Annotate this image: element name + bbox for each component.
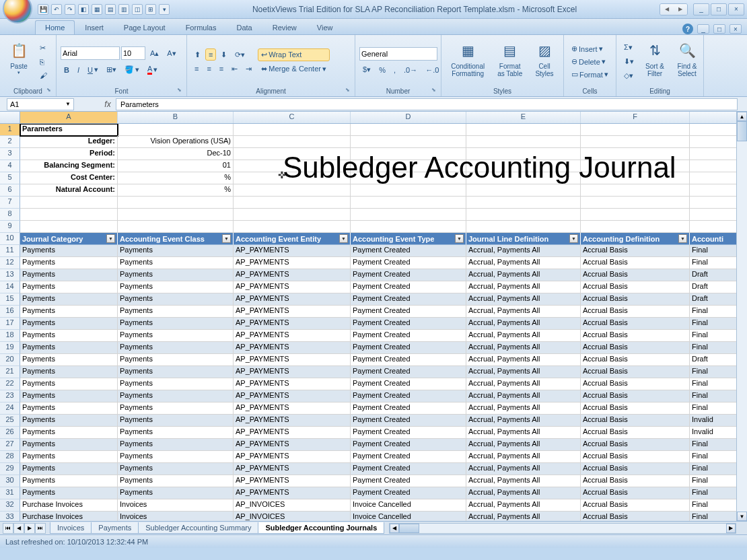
cell[interactable]: Vision Operations (USA): [118, 136, 234, 148]
cell[interactable]: [581, 209, 690, 221]
font-size-select[interactable]: [121, 46, 145, 60]
cell[interactable]: Final: [690, 306, 737, 318]
cell[interactable]: [690, 209, 737, 221]
cell[interactable]: Accrual Basis: [581, 475, 690, 487]
cell[interactable]: Payments: [20, 257, 118, 269]
cell[interactable]: [581, 148, 690, 160]
cell[interactable]: AP_INVOICES: [234, 512, 351, 521]
filter-dropdown-icon[interactable]: ▼: [339, 234, 348, 243]
row-header[interactable]: 18: [0, 330, 20, 342]
cell[interactable]: Accrual Basis: [581, 318, 690, 330]
format-button[interactable]: ▭Format▾: [568, 68, 612, 81]
cell[interactable]: Payments: [118, 354, 234, 366]
cell[interactable]: [351, 160, 466, 172]
cell[interactable]: Payment Created: [351, 354, 466, 366]
cell[interactable]: Payments: [20, 354, 118, 366]
horizontal-scrollbar[interactable]: ◀ ▶: [389, 523, 736, 534]
cell[interactable]: [690, 136, 737, 148]
cell[interactable]: Payment Created: [351, 415, 466, 427]
undo-icon[interactable]: ↶: [51, 4, 62, 15]
cell[interactable]: Payment Created: [351, 330, 466, 342]
help-icon[interactable]: ?: [682, 24, 693, 34]
row-header[interactable]: 13: [0, 269, 20, 281]
cell[interactable]: [118, 209, 234, 221]
cell[interactable]: Accrual, Payments All: [466, 245, 581, 257]
scroll-left-icon[interactable]: ◀: [390, 524, 399, 533]
align-middle-button[interactable]: ≡: [205, 48, 216, 61]
cell[interactable]: AP_PAYMENTS: [234, 293, 351, 306]
col-header-C[interactable]: C: [234, 112, 351, 123]
cell[interactable]: [690, 172, 737, 184]
cell[interactable]: Parameters: [20, 124, 118, 136]
cell[interactable]: Final: [690, 257, 737, 269]
sheet-nav-last-icon[interactable]: ⏭: [35, 523, 46, 534]
cell[interactable]: AP_PAYMENTS: [234, 318, 351, 330]
cell[interactable]: %: [118, 184, 234, 197]
dialog-launcher-icon[interactable]: ⬊: [345, 87, 353, 95]
fx-icon[interactable]: fx: [100, 100, 116, 109]
cell[interactable]: Accrual, Payments All: [466, 306, 581, 318]
cell[interactable]: Payment Created: [351, 390, 466, 403]
fill-button[interactable]: ⬇▾: [620, 55, 637, 68]
cell[interactable]: [581, 124, 690, 136]
cut-button[interactable]: ✂: [36, 42, 50, 55]
align-center-button[interactable]: ≡: [203, 63, 214, 75]
cell[interactable]: Payments: [20, 427, 118, 439]
currency-button[interactable]: $▾: [359, 63, 374, 76]
cell[interactable]: [234, 197, 351, 209]
align-left-button[interactable]: ≡: [191, 63, 202, 75]
align-right-button[interactable]: ≡: [216, 63, 227, 75]
cell[interactable]: Accrual, Payments All: [466, 463, 581, 475]
ribbon-restore-button[interactable]: □: [713, 24, 725, 34]
cell[interactable]: Accrual Basis: [581, 378, 690, 390]
cell[interactable]: Accrual Basis: [581, 257, 690, 269]
dialog-launcher-icon[interactable]: ⬊: [431, 87, 439, 95]
cell[interactable]: [234, 172, 351, 184]
cell[interactable]: Payments: [118, 415, 234, 427]
cell[interactable]: [234, 184, 351, 197]
row-header[interactable]: 22: [0, 378, 20, 390]
cell[interactable]: Payments: [118, 475, 234, 487]
cell[interactable]: Final: [690, 475, 737, 487]
sheet-nav-prev-icon[interactable]: ◀: [13, 523, 24, 534]
close-button[interactable]: ×: [728, 3, 744, 15]
cell[interactable]: Payments: [118, 403, 234, 415]
cell[interactable]: Invoices: [118, 512, 234, 521]
cell[interactable]: [351, 184, 466, 197]
cell[interactable]: Payment Created: [351, 245, 466, 257]
cell[interactable]: [351, 148, 466, 160]
cell[interactable]: [581, 184, 690, 197]
cell[interactable]: Payments: [118, 293, 234, 306]
row-header[interactable]: 10: [0, 233, 20, 245]
cell[interactable]: Accrual, Payments All: [466, 269, 581, 281]
merge-center-button[interactable]: ⬌Merge & Center▾: [258, 63, 330, 75]
cell[interactable]: Final: [690, 342, 737, 354]
qat-btn-5[interactable]: ▦: [92, 4, 102, 15]
cell[interactable]: Accrual, Payments All: [466, 281, 581, 293]
cell[interactable]: AP_PAYMENTS: [234, 439, 351, 451]
dec-decimal-button[interactable]: ←.0: [422, 64, 442, 76]
cell-styles-button[interactable]: ▨Cell Styles: [530, 37, 559, 86]
cell[interactable]: Draft: [690, 354, 737, 366]
cell[interactable]: Accrual Basis: [581, 390, 690, 403]
cell[interactable]: Accrual Basis: [581, 415, 690, 427]
cell[interactable]: AP_PAYMENTS: [234, 463, 351, 475]
row-header[interactable]: 11: [0, 245, 20, 257]
cell[interactable]: Payments: [20, 390, 118, 403]
cell[interactable]: Accrual, Payments All: [466, 451, 581, 463]
cell[interactable]: Payment Created: [351, 451, 466, 463]
cell[interactable]: Accrual, Payments All: [466, 439, 581, 451]
cell[interactable]: AP_PAYMENTS: [234, 403, 351, 415]
sheet-tab[interactable]: Payments: [91, 522, 139, 534]
cell[interactable]: [581, 160, 690, 172]
cell[interactable]: AP_PAYMENTS: [234, 415, 351, 427]
cell[interactable]: Accrual, Payments All: [466, 487, 581, 499]
cell[interactable]: Payments: [118, 439, 234, 451]
cell[interactable]: Payments: [118, 306, 234, 318]
cell[interactable]: AP_PAYMENTS: [234, 245, 351, 257]
cell[interactable]: Payments: [20, 439, 118, 451]
cell[interactable]: [234, 209, 351, 221]
cell[interactable]: [351, 124, 466, 136]
cell[interactable]: AP_PAYMENTS: [234, 354, 351, 366]
conditional-formatting-button[interactable]: ▦Conditional Formatting: [446, 37, 490, 86]
